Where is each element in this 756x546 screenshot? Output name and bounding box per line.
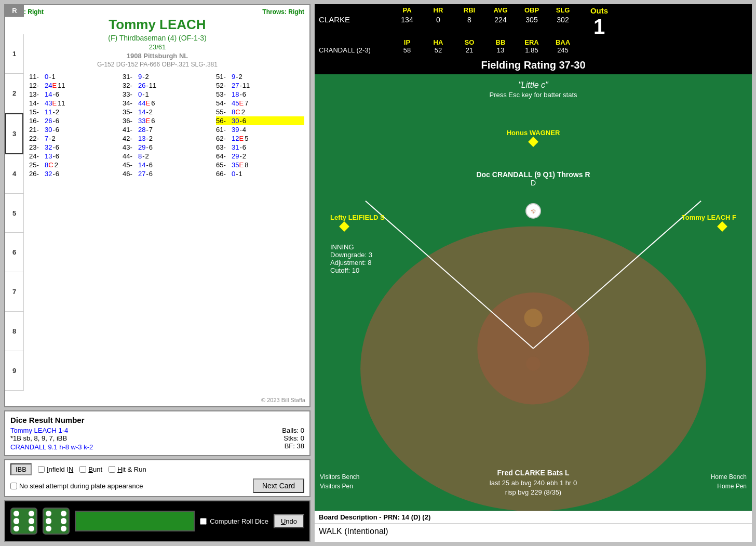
row-numbers: 1 2 3 4 5 6 7 8 9 (5, 34, 24, 391)
svg-point-4 (524, 309, 542, 327)
no-steal-checkbox[interactable] (10, 483, 17, 489)
clarke-bats-label: Fred CLARKE Bats L (315, 469, 752, 477)
so-header: SO (454, 38, 485, 46)
slg-header: SLG (547, 6, 578, 15)
fielding-rating-header: Fielding Rating 37-30 (315, 56, 752, 74)
r-label: R (5, 5, 24, 17)
hit-run-checkbox[interactable] (109, 466, 115, 473)
dice-result-right: Balls: 0 Stks: 0 BF: 38 (263, 427, 304, 451)
pip (21, 526, 26, 531)
copyright: © 2023 Bill Staffa (261, 397, 305, 403)
downgrade-label: Downgrade: 3 (330, 251, 372, 259)
dice-result-text: *1B sb, 8, 9, 7, iBB (10, 434, 263, 442)
svg-point-5 (526, 356, 540, 370)
board-description: Board Description - PRN: 14 (D) (2) (315, 511, 752, 523)
dice-table: 11- 0 - 1 12- 24E 11 13- 14 - 6 14- 43E … (29, 72, 304, 178)
computer-roll-checkbox[interactable] (200, 518, 207, 525)
scoreboard: PA HR RBI AVG OBP SLG Outs CLARKE 134 0 … (315, 4, 752, 56)
ibb-button[interactable]: IBB (10, 463, 32, 475)
right-panel: PA HR RBI AVG OBP SLG Outs CLARKE 134 0 … (315, 4, 752, 542)
pitcher-ha: 52 (423, 46, 454, 54)
balls-display: Balls: 0 (282, 427, 304, 434)
leach-f-area: Tommy LEACH F (682, 214, 736, 221)
field-area: "Little c" Press Esc key for batter stat… (315, 74, 752, 511)
pip (14, 526, 19, 531)
wagner-area: Honus WAGNER (315, 129, 752, 137)
pitcher-era: 1.85 (516, 46, 547, 54)
player-pos: (F) Thirdbaseman (4) (OF-1-3) (10, 34, 304, 42)
batter-name: CLARKE (319, 15, 392, 24)
batter-pa: 134 (392, 16, 423, 24)
crandall-area: Doc CRANDALL (9 Q1) Throws R D (315, 170, 752, 187)
pip (53, 518, 59, 524)
pip (46, 511, 51, 516)
row-5: 5 (5, 194, 23, 233)
pip (21, 511, 26, 516)
bunt-label: Bunt (88, 465, 102, 473)
rbi-header: RBI (454, 6, 485, 15)
card-header: Bats: Right Throws: Right (10, 8, 304, 16)
dice-pitcher-line: CRANDALL 9.1 h-8 w-3 k-2 (10, 443, 263, 451)
batter-avg: 224 (485, 16, 516, 24)
dice-col-1: 11- 0 - 1 12- 24E 11 13- 14 - 6 14- 43E … (29, 72, 117, 178)
no-steal-text: No steal attempt during plate appearance (19, 482, 143, 490)
dice-player-name: Tommy LEACH 1-4 (10, 427, 263, 434)
die-1 (10, 508, 37, 535)
player-name: Tommy LEACH (10, 17, 304, 33)
press-esc-label: Press Esc key for batter stats (315, 91, 752, 99)
no-steal-label[interactable]: No steal attempt during plate appearance (10, 482, 143, 490)
walk-result: WALK (Intentional) (315, 523, 752, 542)
dice-bottom-panel: Computer Roll Dice Undo (4, 500, 310, 542)
crandall-d-label: D (315, 179, 752, 187)
avg-header: AVG (485, 6, 516, 15)
leifield-label: Lefty LEIFIELD S (330, 214, 385, 221)
baa-header: BAA (547, 38, 578, 46)
row-3: 3 (5, 113, 23, 154)
row-2: 2 (5, 74, 23, 113)
obp-header: OBP (516, 6, 547, 15)
pip (53, 511, 59, 516)
pip (61, 511, 66, 516)
next-card-button[interactable]: Next Card (253, 478, 304, 493)
ip-header: IP (392, 38, 423, 46)
controls-panel: IBB Infield IN Bunt Hit & Run No steal (4, 459, 310, 497)
hr-header: HR (423, 6, 454, 15)
pip (29, 518, 34, 524)
leifield-area: Lefty LEIFIELD S (330, 214, 385, 221)
batter-obp: 305 (516, 16, 547, 24)
bf-display: BF: 38 (285, 442, 304, 450)
row-1: 1 (5, 34, 23, 74)
little-c-label: "Little c" (315, 81, 752, 90)
dice-col-3: 51- 9 - 2 52- 27 - 11 53- 18 - 6 54- 45E… (216, 72, 304, 178)
player-num: 23/61 (10, 43, 304, 51)
undo-button[interactable]: Undo (274, 514, 304, 528)
bunt-checkbox-label[interactable]: Bunt (79, 465, 102, 473)
bunt-checkbox[interactable] (79, 466, 86, 473)
visitors-pen-label: Visitors Pen (320, 483, 353, 490)
baseball: ⚾ (525, 203, 541, 219)
pitcher-ip: 58 (392, 46, 423, 54)
computer-roll-label: Computer Roll Dice (200, 517, 268, 525)
pip (29, 526, 34, 531)
infield-in-checkbox-label[interactable]: Infield IN (38, 465, 73, 473)
ha-header: HA (423, 38, 454, 46)
green-bar (75, 511, 195, 531)
hit-run-checkbox-label[interactable]: Hit & Run (109, 465, 146, 473)
pip (46, 526, 51, 531)
player-year: 1908 Pittsburgh NL (10, 52, 304, 60)
crandall-label: Doc CRANDALL (9 Q1) Throws R (315, 170, 752, 179)
home-pen-label: Home Pen (717, 483, 747, 490)
dice-col-2: 31- 9 - 2 32- 26 - 11 33- 0 - 1 34- 44E … (123, 72, 211, 178)
row-8: 8 (5, 312, 23, 351)
left-panel: R Bats: Right Throws: Right Tommy LEACH … (4, 4, 310, 542)
hit-run-label: Hit & Run (117, 465, 146, 473)
infield-in-checkbox[interactable] (38, 466, 45, 473)
infield-in-label: Infield IN (47, 465, 73, 473)
era-header: ERA (516, 38, 547, 46)
pip (14, 518, 19, 524)
cutoff-label: Cutoff: 10 (330, 267, 372, 274)
row-6: 6 (5, 233, 23, 272)
die-2 (43, 508, 70, 535)
pip (21, 518, 26, 524)
bb-header: BB (485, 38, 516, 46)
